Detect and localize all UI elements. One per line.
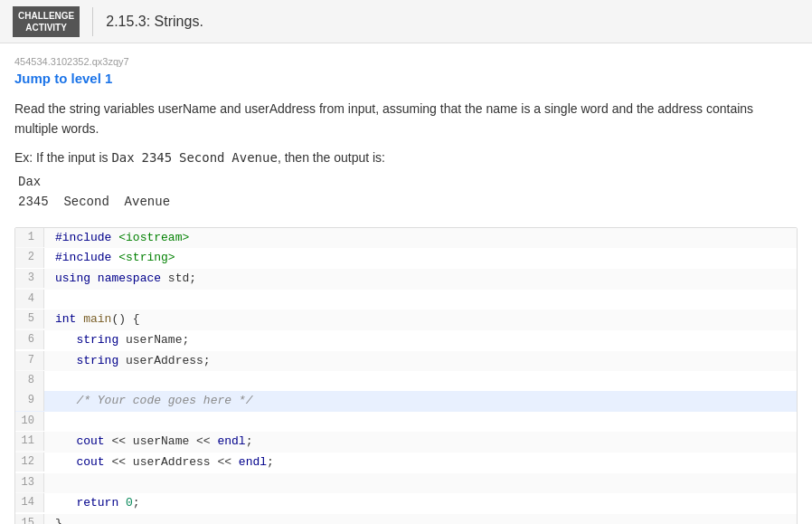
code-line-2: 2 #include <string> <box>15 248 797 269</box>
code-line-3: 3 using namespace std; <box>15 269 797 290</box>
code-line-6: 6 string userName; <box>15 330 797 351</box>
example-output: Dax 2345 Second Avenue <box>18 172 798 213</box>
example-output-line2: 2345 Second Avenue <box>18 192 798 212</box>
code-line-15: 15 } <box>15 514 797 524</box>
code-line-14: 14 return 0; <box>15 493 797 514</box>
code-block: 1 #include <iostream> 2 #include <string… <box>14 227 798 524</box>
challenge-badge: CHALLENGE ACTIVITY <box>13 6 80 37</box>
page-title: 2.15.3: Strings. <box>106 14 203 30</box>
code-line-1: 1 #include <iostream> <box>15 228 797 249</box>
code-line-10: 10 <box>15 412 797 432</box>
activity-id: 454534.3102352.qx3zqy7 <box>14 56 798 67</box>
code-line-5: 5 int main() { <box>15 310 797 330</box>
jump-to-level-link[interactable]: Jump to level 1 <box>14 71 112 86</box>
header-divider <box>92 7 93 36</box>
code-line-4: 4 <box>15 290 797 310</box>
code-line-7: 7 string userAddress; <box>15 351 797 372</box>
code-line-11: 11 cout << userName << endl; <box>15 432 797 453</box>
code-line-9: 9 /* Your code goes here */ <box>15 391 797 412</box>
description: Read the string variables userName and u… <box>14 99 798 139</box>
header: CHALLENGE ACTIVITY 2.15.3: Strings. <box>0 0 812 43</box>
example-output-line1: Dax <box>18 172 798 192</box>
example-label: Ex: If the input is Dax 2345 Second Aven… <box>14 150 798 165</box>
code-line-13: 13 <box>15 473 797 493</box>
main-content: 454534.3102352.qx3zqy7 Jump to level 1 R… <box>0 43 812 524</box>
code-line-8: 8 <box>15 371 797 391</box>
code-line-12: 12 cout << userAddress << endl; <box>15 453 797 473</box>
